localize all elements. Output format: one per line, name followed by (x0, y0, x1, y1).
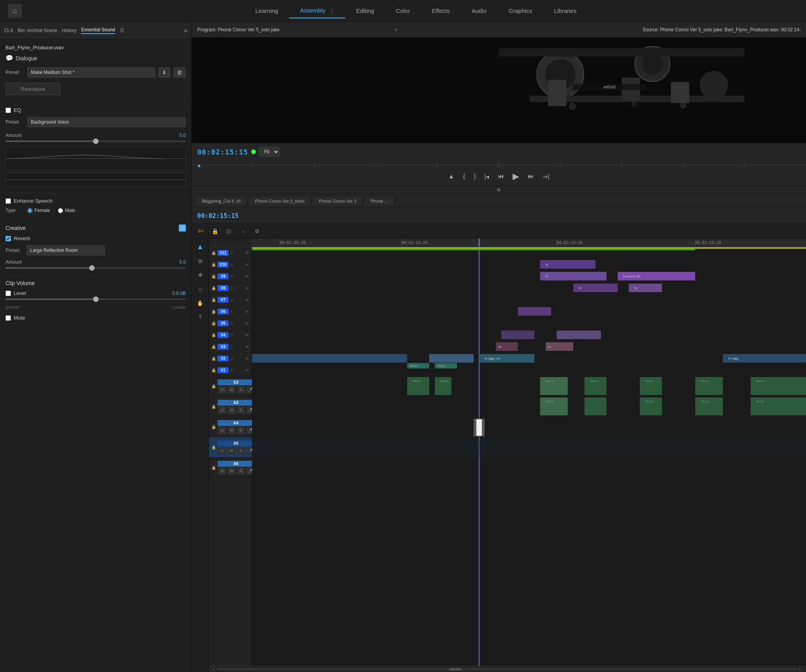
reanalyze-button[interactable]: Reanalyze (5, 83, 60, 95)
track-select-tool[interactable]: ⊞ (194, 255, 206, 267)
a3-s-btn[interactable]: S (237, 406, 245, 413)
nav-assembly[interactable]: Assembly ⋮ (289, 3, 345, 18)
trim-in-button[interactable]: |◂ (482, 171, 491, 182)
level-checkbox[interactable] (5, 291, 11, 296)
v5-expand-icon[interactable]: ⊡ (230, 321, 233, 325)
mute-checkbox[interactable] (5, 315, 11, 321)
fit-select[interactable]: Fit (259, 147, 279, 156)
male-radio-label[interactable]: Male (58, 208, 75, 213)
v3-eye-icon[interactable]: 👁 (245, 345, 249, 349)
eq-slider[interactable] (5, 140, 186, 142)
v10-badge[interactable]: V10 (218, 262, 228, 268)
v7-badge[interactable]: V7 (218, 297, 228, 303)
a4-s-btn[interactable]: S (237, 427, 245, 434)
a2-expand-btn[interactable]: ⊡ (218, 386, 226, 393)
a6-s-btn[interactable]: S (237, 467, 245, 474)
v6-lock-icon[interactable]: 🔒 (211, 309, 216, 314)
history-label[interactable]: History (62, 28, 76, 33)
mute-checkbox-label[interactable]: Mute (5, 315, 186, 321)
level-slider-thumb[interactable] (93, 296, 99, 302)
v10-eye-icon[interactable]: 👁 (245, 262, 249, 267)
trim-tool[interactable]: ◇ (192, 281, 208, 297)
home-button[interactable]: ⌂ (8, 4, 22, 18)
v2-eye-icon[interactable]: 👁 (245, 356, 249, 361)
step-forward-button[interactable]: ⏭ (525, 171, 536, 181)
v5-eye-icon[interactable]: 👁 (245, 321, 249, 326)
a2-badge[interactable]: A2 (218, 379, 254, 385)
a5-s-btn[interactable]: S (237, 447, 245, 454)
marker-tool[interactable]: ⬦ (237, 225, 249, 237)
step-back-button[interactable]: ⏮ (495, 171, 506, 181)
ripple-edit-tool[interactable]: ✄ (195, 225, 207, 237)
play-button[interactable]: ▶ (510, 170, 522, 183)
v1-badge[interactable]: V1 (218, 367, 228, 373)
move-tool[interactable]: ✥ (194, 269, 206, 281)
v11-expand-icon[interactable]: ⊡ (230, 251, 233, 255)
v11-lock-icon[interactable]: 🔒 (211, 251, 216, 255)
v1-expand-icon[interactable]: ⊡ (230, 368, 233, 372)
a4-lock-icon[interactable]: 🔒 (211, 425, 216, 429)
enhance-speech-checkbox[interactable] (5, 198, 11, 204)
mark-in-button[interactable]: ▲ (446, 171, 457, 181)
v1-eye-icon[interactable]: 👁 (245, 368, 249, 373)
a4-badge[interactable]: A4 (218, 420, 254, 426)
v11-eye-icon[interactable]: 👁 (245, 251, 249, 255)
creative-slider[interactable] (5, 267, 186, 269)
enhance-speech-label[interactable]: Enhance Speech (5, 198, 52, 204)
creative-check-icon[interactable]: ✓ (179, 225, 186, 232)
nav-audio[interactable]: Audio (461, 4, 497, 18)
v7-eye-icon[interactable]: 👁 (245, 298, 249, 302)
level-checkbox-label[interactable]: Level (5, 290, 26, 296)
v2-expand-icon[interactable]: ⊡ (230, 356, 233, 361)
a5-badge[interactable]: A5 (218, 440, 254, 446)
v10-lock-icon[interactable]: 🔒 (211, 262, 216, 267)
nav-effects[interactable]: Effects (421, 4, 461, 18)
preset-select[interactable]: Make Medium Shot * (27, 67, 155, 77)
seq-tab-phone2[interactable]: Phone Convo Ver 2_short (249, 197, 311, 205)
a2-m-btn[interactable]: M (228, 386, 236, 393)
v1-lock-icon[interactable]: 🔒 (211, 368, 216, 372)
text-tool[interactable]: T (194, 311, 206, 323)
eq-checkbox-label[interactable]: EQ (5, 107, 21, 113)
female-radio[interactable] (27, 208, 32, 213)
v3-expand-icon[interactable]: ⊡ (230, 345, 233, 349)
a2-s-btn[interactable]: S (237, 386, 245, 393)
creative-slider-thumb[interactable] (89, 265, 95, 271)
a3-expand-btn[interactable]: ⊡ (218, 406, 226, 413)
nav-libraries[interactable]: Libraries (543, 4, 588, 18)
a3-badge[interactable]: A3 (218, 400, 254, 406)
scroll-right-btn[interactable]: ▸ (799, 667, 803, 671)
eq-slider-thumb[interactable] (93, 138, 99, 144)
v4-badge[interactable]: V4 (218, 332, 228, 338)
seq-tab-phone4[interactable]: Phone ... (364, 197, 394, 205)
a4-m-btn[interactable]: M (228, 427, 236, 434)
reverb-preset-select[interactable]: Large Reflective Room (27, 245, 105, 255)
settings-tool[interactable]: ⚙ (251, 225, 263, 237)
eq-preset-select[interactable]: Background Voice (27, 117, 186, 127)
a5-expand-btn[interactable]: ⊡ (218, 447, 226, 454)
v5-badge[interactable]: V5 (218, 320, 228, 326)
v8-eye-icon[interactable]: 👁 (245, 286, 249, 291)
v4-expand-icon[interactable]: ⊡ (230, 333, 233, 337)
scroll-left-btn[interactable]: ◂ (212, 667, 216, 671)
v2-lock-icon[interactable]: 🔒 (211, 356, 216, 361)
hand-tool[interactable]: ✋ (194, 297, 206, 309)
reverb-checkbox-label[interactable]: Reverb (5, 235, 186, 241)
v6-expand-icon[interactable]: ⊡ (230, 309, 233, 314)
a2-lock-icon[interactable]: 🔒 (211, 384, 216, 388)
loop-button[interactable]: ⇒| (540, 171, 552, 182)
a5-lock-icon[interactable]: 🔒 (211, 445, 216, 449)
essential-sound-label[interactable]: Essential Sound (81, 27, 115, 34)
expand-button[interactable]: » (184, 27, 187, 34)
level-slider[interactable] (5, 298, 186, 300)
scroll-track[interactable] (218, 668, 797, 670)
v8-badge[interactable]: V8 (218, 285, 228, 291)
v7-expand-icon[interactable]: ⊡ (230, 298, 233, 302)
program-menu-icon[interactable]: ≡ (394, 27, 397, 32)
v9-eye-icon[interactable]: 👁 (245, 274, 249, 279)
select-tool[interactable]: ▲ (194, 241, 206, 253)
a5-m-btn[interactable]: M (228, 447, 236, 454)
a3-lock-icon[interactable]: 🔒 (211, 404, 216, 409)
scroll-thumb[interactable] (450, 668, 461, 670)
a3-m-btn[interactable]: M (228, 406, 236, 413)
